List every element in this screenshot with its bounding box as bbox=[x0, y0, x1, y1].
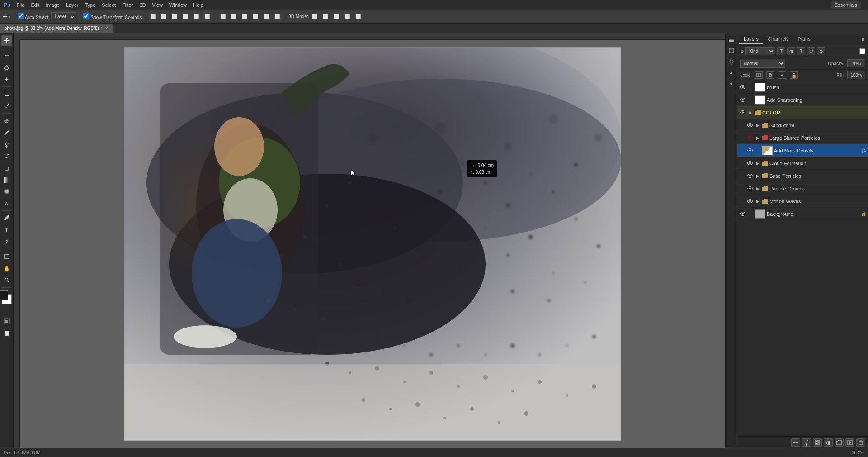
tool-select[interactable]: Layer Group bbox=[51, 12, 76, 21]
canvas-area[interactable]: ↔: 0.04 cm ↕: 0.09 cm bbox=[20, 40, 725, 448]
menu-view[interactable]: View bbox=[152, 2, 163, 8]
new-fill-adjustment-btn[interactable]: ◑ bbox=[824, 438, 833, 447]
brush-tool[interactable] bbox=[1, 127, 12, 138]
arrow-sandstorm[interactable]: ▶ bbox=[755, 123, 760, 128]
quick-mask-mode[interactable] bbox=[1, 316, 12, 327]
doc-tab-close[interactable]: ✕ bbox=[105, 26, 108, 31]
menu-type[interactable]: Type bbox=[85, 2, 96, 8]
add-mask-btn[interactable] bbox=[813, 438, 822, 447]
blend-mode-select[interactable]: Normal Dissolve Multiply Screen Overlay bbox=[740, 59, 785, 68]
visibility-base-particles[interactable] bbox=[746, 172, 754, 180]
3d-roll[interactable]: ⬜ bbox=[321, 13, 330, 20]
essentials-label[interactable]: Essentials bbox=[831, 1, 861, 9]
visibility-brush[interactable] bbox=[739, 84, 746, 91]
align-top-edges[interactable]: ⬜ bbox=[181, 13, 190, 20]
layer-row-background[interactable]: ▶ Background 🔒 bbox=[737, 208, 868, 220]
visibility-sandstorm[interactable] bbox=[746, 122, 754, 129]
arrow-cloud-formation[interactable]: ▶ bbox=[755, 161, 760, 166]
lasso-tool[interactable] bbox=[1, 62, 12, 73]
panel-icon-5[interactable]: ● bbox=[727, 79, 736, 88]
new-layer-btn[interactable] bbox=[845, 438, 854, 447]
filter-smart-btn[interactable]: ⊗ bbox=[817, 47, 825, 55]
filter-shape-btn[interactable]: ⬡ bbox=[807, 47, 815, 55]
path-selection-tool[interactable]: ↗ bbox=[1, 236, 12, 247]
type-tool[interactable]: T bbox=[1, 224, 12, 235]
document-tab[interactable]: photo.jpg @ 38.2% (Add More Density, RGB… bbox=[0, 24, 113, 33]
arrow-particle-groups[interactable]: ▶ bbox=[755, 186, 760, 191]
visibility-motion-waves[interactable] bbox=[746, 198, 754, 205]
layer-row-large-blurred[interactable]: ▶ Large Blurred Particles bbox=[737, 132, 868, 144]
move-tool[interactable] bbox=[1, 35, 12, 46]
layer-row-cloud-formation[interactable]: ▶ Cloud Formation bbox=[737, 157, 868, 170]
fill-input[interactable] bbox=[847, 71, 865, 79]
eraser-tool[interactable]: ◻ bbox=[1, 162, 12, 173]
arrow-color[interactable]: ▶ bbox=[748, 110, 753, 115]
align-horizontal-centers[interactable]: ⬜ bbox=[159, 13, 168, 20]
eyedropper-tool[interactable] bbox=[1, 100, 12, 111]
filter-toggle-checkbox[interactable] bbox=[859, 48, 865, 54]
visibility-add-more-density[interactable] bbox=[746, 147, 754, 154]
link-layers-btn[interactable] bbox=[791, 438, 800, 447]
menu-filter[interactable]: Filter bbox=[122, 2, 133, 8]
menu-layer[interactable]: Layer bbox=[66, 2, 79, 8]
menu-3d[interactable]: 3D bbox=[139, 2, 146, 8]
distribute-top[interactable]: ⬜ bbox=[251, 13, 260, 20]
arrow-motion-waves[interactable]: ▶ bbox=[755, 199, 760, 204]
lock-transparent-pixels[interactable] bbox=[755, 71, 763, 79]
align-right-edges[interactable]: ⬜ bbox=[170, 13, 179, 20]
delete-layer-btn[interactable] bbox=[856, 438, 865, 447]
arrow-base-particles[interactable]: ▶ bbox=[755, 173, 760, 179]
hand-tool[interactable]: ✋ bbox=[1, 263, 12, 274]
visibility-cloud-formation[interactable] bbox=[746, 160, 754, 167]
panel-menu-icon[interactable]: ≡ bbox=[860, 37, 866, 42]
layer-row-base-particles[interactable]: ▶ Base Particles bbox=[737, 170, 868, 182]
layer-row-sandstorm[interactable]: ▶ SandStorm bbox=[737, 119, 868, 132]
auto-select-checkbox[interactable] bbox=[18, 13, 24, 19]
align-left-edges[interactable]: ⬜ bbox=[148, 13, 157, 20]
layer-row-add-sharpening[interactable]: ▶ Add Sharpening bbox=[737, 94, 868, 106]
menu-help[interactable]: Help bbox=[193, 2, 203, 8]
tab-channels[interactable]: Channels bbox=[763, 34, 793, 44]
quick-selection-tool[interactable]: ✦ bbox=[1, 74, 12, 85]
menu-image[interactable]: Image bbox=[46, 2, 60, 8]
zoom-tool[interactable] bbox=[1, 275, 12, 286]
panel-icon-3[interactable] bbox=[727, 57, 736, 66]
filter-pixel-btn[interactable]: T bbox=[777, 47, 785, 55]
layer-row-add-more-density[interactable]: ▶ Add More Density ƒx bbox=[737, 144, 868, 157]
3d-pan[interactable]: ⬜ bbox=[332, 13, 341, 20]
distribute-right[interactable]: ⬜ bbox=[240, 13, 249, 20]
fx-icon-add-more-density[interactable]: ƒx bbox=[861, 148, 866, 153]
layer-row-particle-groups[interactable]: ▶ Particle Groups bbox=[737, 182, 868, 195]
panel-expand-btn[interactable] bbox=[727, 35, 736, 44]
distribute-bottom[interactable]: ⬜ bbox=[273, 13, 282, 20]
blur-tool[interactable] bbox=[1, 186, 12, 197]
clone-stamp-tool[interactable] bbox=[1, 139, 12, 150]
visibility-color[interactable] bbox=[739, 109, 746, 116]
visibility-background[interactable] bbox=[739, 210, 746, 218]
3d-slide[interactable]: ⬜ bbox=[343, 13, 352, 20]
tab-paths[interactable]: Paths bbox=[793, 34, 815, 44]
menu-window[interactable]: Window bbox=[169, 2, 187, 8]
crop-tool[interactable] bbox=[1, 89, 12, 100]
rectangular-marquee-tool[interactable]: ▭ bbox=[1, 50, 12, 61]
add-layer-style-btn[interactable]: ƒ bbox=[802, 438, 811, 447]
tab-layers[interactable]: Layers bbox=[739, 34, 763, 44]
filter-toggle-label[interactable] bbox=[859, 48, 865, 54]
dodge-tool[interactable]: ○ bbox=[1, 198, 12, 209]
lock-all[interactable]: 🔒 bbox=[790, 71, 798, 79]
opacity-input[interactable] bbox=[847, 59, 865, 67]
filter-adj-btn[interactable]: ◑ bbox=[787, 47, 795, 55]
lock-position[interactable]: + bbox=[778, 71, 786, 79]
visibility-particle-groups[interactable] bbox=[746, 185, 754, 192]
arrow-large-blurred[interactable]: ▶ bbox=[755, 135, 760, 141]
layer-row-brush[interactable]: ▶ brush bbox=[737, 81, 868, 94]
foreground-color[interactable] bbox=[0, 290, 8, 300]
new-group-btn[interactable] bbox=[835, 438, 844, 447]
gradient-tool[interactable] bbox=[1, 174, 12, 185]
distribute-horizontal[interactable]: ⬜ bbox=[229, 13, 238, 20]
visibility-add-sharpening[interactable] bbox=[739, 96, 746, 104]
distribute-left[interactable]: ⬜ bbox=[218, 13, 227, 20]
panel-icon-2[interactable] bbox=[727, 46, 736, 55]
spot-healing-brush[interactable] bbox=[1, 115, 12, 126]
menu-file[interactable]: File bbox=[17, 2, 25, 8]
